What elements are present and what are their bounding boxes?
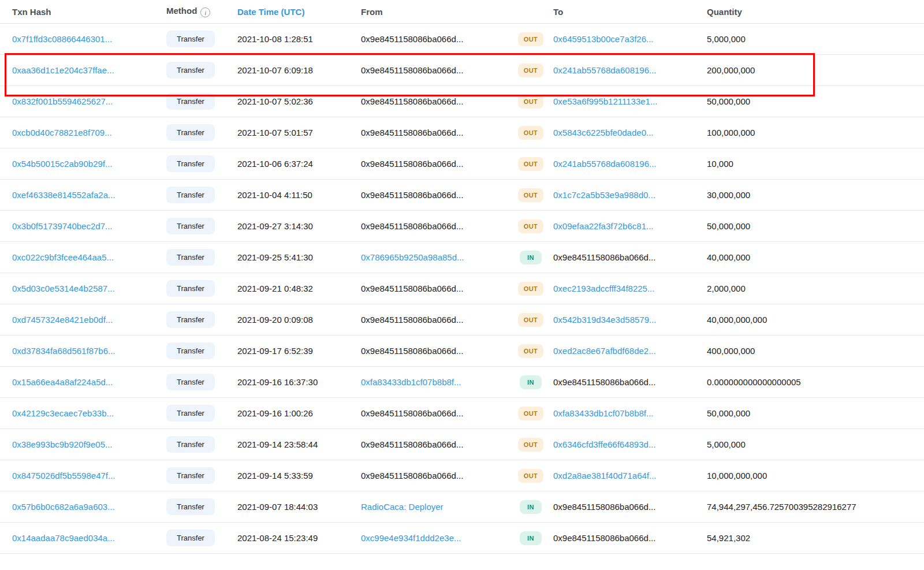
- txn-hash-link[interactable]: 0x38e993bc9b920f9e05...: [12, 439, 113, 449]
- date-time-value: 2021-09-16 1:00:26: [237, 408, 361, 418]
- txn-hash-link[interactable]: 0xef46338e814552afa2a...: [12, 190, 116, 200]
- to-address[interactable]: 0x241ab55768da608196...: [553, 159, 657, 169]
- txn-hash-link[interactable]: 0x8475026df5b5598e47f...: [12, 471, 116, 480]
- quantity-value: 100,000,000: [707, 128, 924, 137]
- direction-badge: OUT: [518, 438, 543, 452]
- method-badge: Transfer: [166, 530, 215, 546]
- from-address[interactable]: RadioCaca: Deployer: [361, 502, 444, 512]
- quantity-value: 2,000,000: [707, 284, 924, 293]
- quantity-value: 10,000,000,000: [707, 471, 924, 480]
- from-address[interactable]: 0x786965b9250a98a85d...: [361, 252, 464, 262]
- method-badge: Transfer: [166, 280, 215, 297]
- direction-badge: OUT: [518, 282, 543, 296]
- table-row: 0x8475026df5b5598e47f... Transfer 2021-0…: [0, 460, 924, 491]
- quantity-value: 50,000,000: [707, 96, 924, 106]
- method-badge: Transfer: [166, 405, 215, 422]
- to-address[interactable]: 0xd2a8ae381f40d71a64f...: [553, 471, 657, 480]
- date-time-value: 2021-09-16 16:37:30: [237, 377, 361, 387]
- from-address: 0x9e8451158086ba066d...: [361, 96, 463, 106]
- txn-hash-link[interactable]: 0x15a66ea4a8af224a5d...: [12, 377, 113, 387]
- table-row: 0x42129c3ecaec7eb33b... Transfer 2021-09…: [0, 398, 924, 429]
- direction-badge: OUT: [518, 219, 543, 233]
- table-row: 0xd37834fa68d561f87b6... Transfer 2021-0…: [0, 336, 924, 367]
- quantity-value: 54,921,302: [707, 533, 924, 543]
- direction-badge: OUT: [518, 469, 543, 483]
- date-time-value: 2021-09-14 23:58:44: [237, 439, 361, 449]
- date-time-value: 2021-10-07 5:01:57: [237, 128, 361, 137]
- col-date-time-sort[interactable]: Date Time (UTC): [237, 7, 361, 17]
- direction-badge: IN: [520, 375, 542, 389]
- quantity-value: 5,000,000: [707, 34, 924, 44]
- col-to: To: [553, 7, 707, 17]
- direction-badge: OUT: [518, 407, 543, 420]
- from-address: 0x9e8451158086ba066d...: [361, 439, 463, 449]
- txn-hash-link[interactable]: 0x7f1ffd3c08866446301...: [12, 34, 112, 44]
- from-address: 0x9e8451158086ba066d...: [361, 159, 463, 169]
- method-badge: Transfer: [166, 218, 215, 234]
- direction-badge: OUT: [518, 126, 543, 140]
- to-address[interactable]: 0x09efaa22fa3f72b6c81...: [553, 221, 653, 231]
- method-badge: Transfer: [166, 93, 215, 110]
- quantity-value: 400,000,000: [707, 346, 924, 356]
- txn-hash-link[interactable]: 0x14aadaa78c9aed034a...: [12, 533, 115, 543]
- method-badge: Transfer: [166, 311, 215, 328]
- table-row: 0xef46338e814552afa2a... Transfer 2021-1…: [0, 180, 924, 211]
- method-badge: Transfer: [166, 374, 215, 390]
- method-badge: Transfer: [166, 62, 215, 79]
- txn-hash-link[interactable]: 0x832f001b5594625627...: [12, 96, 113, 106]
- txn-hash-link[interactable]: 0xd7457324e8421eb0df...: [12, 315, 113, 325]
- to-address[interactable]: 0xfa83433db1cf07b8b8f...: [553, 408, 653, 418]
- date-time-value: 2021-09-07 18:44:03: [237, 502, 361, 512]
- from-address[interactable]: 0xc99e4e934f1ddd2e3e...: [361, 533, 461, 543]
- table-row: 0xd7457324e8421eb0df... Transfer 2021-09…: [0, 304, 924, 336]
- table-body: 0x7f1ffd3c08866446301... Transfer 2021-1…: [0, 24, 924, 554]
- txn-hash-link[interactable]: 0x3b0f51739740bec2d7...: [12, 221, 113, 231]
- direction-badge: OUT: [518, 95, 543, 109]
- date-time-value: 2021-08-24 15:23:49: [237, 533, 361, 543]
- to-address[interactable]: 0xec2193adccfff34f8225...: [553, 284, 654, 293]
- direction-badge: OUT: [518, 344, 543, 358]
- to-address[interactable]: 0x6346cfd3ffe66f64893d...: [553, 439, 655, 449]
- table-row: 0xaa36d1c1e204c37ffae... Transfer 2021-1…: [0, 55, 924, 86]
- date-time-value: 2021-09-21 0:48:32: [237, 284, 361, 293]
- table-header: Txn Hash Methodi Date Time (UTC) From To…: [0, 0, 924, 24]
- to-address[interactable]: 0x542b319d34e3d58579...: [553, 315, 657, 325]
- txn-hash-link[interactable]: 0xd37834fa68d561f87b6...: [12, 346, 116, 356]
- from-address: 0x9e8451158086ba066d...: [361, 346, 463, 356]
- from-address: 0x9e8451158086ba066d...: [361, 190, 463, 200]
- direction-badge: OUT: [518, 32, 543, 46]
- from-address: 0x9e8451158086ba066d...: [361, 65, 463, 75]
- to-address[interactable]: 0x1c7c2a5b53e9a988d0...: [553, 190, 655, 200]
- to-address[interactable]: 0x241ab55768da608196...: [553, 65, 657, 75]
- method-badge: Transfer: [166, 249, 215, 266]
- col-txn-hash: Txn Hash: [12, 7, 166, 17]
- table-row: 0xc022c9bf3fcee464aa5... Transfer 2021-0…: [0, 242, 924, 273]
- col-method: Methodi: [166, 6, 237, 18]
- txn-hash-link[interactable]: 0x5d03c0e5314e4b2587...: [12, 284, 115, 293]
- txn-hash-link[interactable]: 0xcb0d40c78821e8f709...: [12, 128, 112, 137]
- info-icon[interactable]: i: [200, 8, 210, 17]
- txn-hash-link[interactable]: 0xc022c9bf3fcee464aa5...: [12, 252, 114, 262]
- from-address: 0x9e8451158086ba066d...: [361, 284, 463, 293]
- direction-badge: IN: [520, 251, 542, 264]
- quantity-value: 50,000,000: [707, 221, 924, 231]
- to-address[interactable]: 0xed2ac8e67afbdf68de2...: [553, 346, 656, 356]
- txn-hash-link[interactable]: 0xaa36d1c1e204c37ffae...: [12, 65, 114, 75]
- date-time-value: 2021-09-20 0:09:08: [237, 315, 361, 325]
- quantity-value: 40,000,000: [707, 252, 924, 262]
- txn-hash-link[interactable]: 0x57b6b0c682a6a9a603...: [12, 502, 115, 512]
- table-row: 0x38e993bc9b920f9e05... Transfer 2021-09…: [0, 429, 924, 460]
- to-address[interactable]: 0x5843c6225bfe0dade0...: [553, 128, 654, 137]
- table-row: 0x14aadaa78c9aed034a... Transfer 2021-08…: [0, 523, 924, 554]
- to-address[interactable]: 0xe53a6f995b1211133e1...: [553, 96, 657, 106]
- date-time-value: 2021-09-14 5:33:59: [237, 471, 361, 480]
- txn-hash-link[interactable]: 0x54b50015c2ab90b29f...: [12, 159, 113, 169]
- from-address[interactable]: 0xfa83433db1cf07b8b8f...: [361, 377, 461, 387]
- quantity-value: 0.000000000000000005: [707, 377, 924, 387]
- from-address: 0x9e8451158086ba066d...: [361, 221, 463, 231]
- date-time-value: 2021-10-06 6:37:24: [237, 159, 361, 169]
- method-badge: Transfer: [166, 124, 215, 141]
- to-address[interactable]: 0x6459513b00ce7a3f26...: [553, 34, 654, 44]
- txn-hash-link[interactable]: 0x42129c3ecaec7eb33b...: [12, 408, 114, 418]
- direction-badge: OUT: [518, 313, 543, 327]
